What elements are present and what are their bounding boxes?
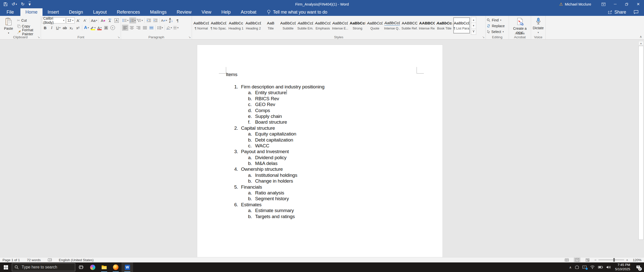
document-page[interactable]: Items 1.Firm description and industry po…	[197, 45, 443, 272]
tab-insert[interactable]: Insert	[43, 8, 64, 16]
distribute-button[interactable]	[148, 25, 154, 31]
character-shading-button[interactable]: A	[103, 25, 109, 31]
save-icon[interactable]	[4, 2, 8, 6]
proofing-status-icon[interactable]	[48, 258, 52, 262]
tab-home[interactable]: Home	[20, 8, 43, 16]
underline-button[interactable]: U▾	[55, 25, 61, 31]
page-count[interactable]: Page 1 of 1	[3, 258, 20, 262]
subscript-button[interactable]: x₂	[68, 25, 74, 31]
tab-view[interactable]: View	[196, 8, 216, 16]
style-chip-emphasis[interactable]: AaBbCcDEmphasis	[314, 17, 331, 33]
zoom-slider-track[interactable]	[598, 260, 624, 260]
font-size-combobox[interactable]: 12▾	[66, 17, 75, 23]
zoom-out-button[interactable]: −	[594, 258, 596, 262]
speaker-icon[interactable]	[606, 265, 611, 269]
style-chip-strong[interactable]: AaBbCcDStrong	[349, 17, 366, 33]
style-chip-heading-2[interactable]: AaBbCcDHeading 2	[245, 17, 262, 33]
read-mode-button[interactable]	[564, 258, 570, 262]
web-layout-button[interactable]	[584, 258, 591, 262]
asian-layout-button[interactable]: A⇄▾	[161, 17, 168, 23]
comments-icon[interactable]	[634, 10, 638, 14]
signed-in-user[interactable]: Michael Mcclure	[565, 2, 591, 6]
numbering-button[interactable]: 123 ▾	[129, 17, 136, 23]
tab-file[interactable]: File	[0, 8, 20, 16]
search-input[interactable]	[21, 265, 67, 270]
collapse-ribbon-button[interactable]: ∧	[639, 35, 642, 39]
firefox-button[interactable]	[110, 262, 122, 272]
grow-font-button[interactable]: Aˆ	[75, 17, 82, 23]
show-formatting-marks-button[interactable]: ¶	[174, 17, 181, 23]
zoom-slider-thumb[interactable]	[613, 258, 615, 262]
tab-design[interactable]: Design	[64, 8, 88, 16]
tab-references[interactable]: References	[112, 8, 145, 16]
tell-me-box[interactable]: Tell me what you want to do	[267, 8, 327, 16]
style-chip-list-para[interactable]: AaBbCcD¶ List Para...	[453, 17, 470, 33]
font-color-button[interactable]: A▾	[96, 25, 103, 31]
bullets-button[interactable]: ▾	[122, 17, 129, 23]
clear-formatting-button[interactable]: A◆	[100, 17, 106, 23]
redo-button[interactable]: ↻	[21, 2, 24, 6]
restore-button[interactable]	[621, 0, 632, 8]
wifi-icon[interactable]	[590, 265, 595, 269]
format-painter-button[interactable]: Format Painter	[17, 29, 40, 35]
increase-indent-button[interactable]	[152, 17, 158, 23]
undo-button[interactable]: ↺▾	[12, 2, 17, 6]
tab-help[interactable]: Help	[216, 8, 236, 16]
task-view-button[interactable]	[75, 262, 87, 272]
style-chip-heading-1[interactable]: AaBbCcHeading 1	[228, 17, 244, 33]
language-status[interactable]: English (United States)	[59, 258, 94, 262]
styles-scroll-up-button[interactable]: ▲	[471, 17, 476, 23]
zoom-percentage[interactable]: 120%	[632, 258, 641, 262]
style-chip-no-spac[interactable]: AaBbCcD¶ No Spac...	[210, 17, 227, 33]
font-name-combobox[interactable]: Calibri (Body)▾	[42, 17, 66, 23]
highlight-color-button[interactable]: ▾	[90, 25, 96, 31]
change-case-button[interactable]: Aa▾	[91, 17, 97, 23]
share-button[interactable]: Share	[608, 10, 626, 15]
shrink-font-button[interactable]: Aˇ	[82, 17, 88, 23]
enclose-characters-button[interactable]: ≡	[109, 25, 116, 31]
style-chip-subtle-em[interactable]: AaBbCcDSubtle Em...	[297, 17, 314, 33]
decrease-indent-button[interactable]	[146, 17, 152, 23]
action-center-button[interactable]: 2	[634, 262, 642, 272]
tab-mailings[interactable]: Mailings	[145, 8, 172, 16]
align-right-button[interactable]	[135, 25, 141, 31]
find-button[interactable]: Find▾	[487, 17, 508, 23]
style-chip-intense-q[interactable]: AaBbCcDIntense Q...	[384, 17, 400, 33]
customize-qat-button[interactable]: ▾	[29, 2, 31, 7]
style-chip-title[interactable]: AaBTitle	[262, 17, 279, 33]
styles-gallery-more-button[interactable]: ▼	[471, 29, 476, 35]
replace-button[interactable]: Replace	[487, 23, 508, 29]
justify-button[interactable]	[142, 25, 148, 31]
tab-acrobat[interactable]: Acrobat	[236, 8, 261, 16]
taskbar-search-box[interactable]	[12, 263, 75, 271]
cut-button[interactable]: ✂ Cut	[17, 18, 40, 23]
ribbon-display-options-button[interactable]	[598, 0, 609, 8]
style-chip-intense-e[interactable]: AaBbCcDIntense E...	[332, 17, 348, 33]
style-chip-normal[interactable]: AaBbCcD¶ Normal	[193, 17, 210, 33]
word-taskbar-button[interactable]: W	[122, 262, 133, 272]
tray-app-icon-1[interactable]	[575, 265, 579, 269]
style-chip-intense-re[interactable]: AABBCCDIntense Re...	[419, 17, 435, 33]
dictate-button[interactable]: Dictate ▾	[532, 17, 544, 34]
zoom-in-button[interactable]: +	[626, 258, 628, 262]
superscript-button[interactable]: x²	[75, 25, 81, 31]
sort-button[interactable]: AZ↓	[168, 17, 174, 23]
vertical-scrollbar[interactable]: ▲	[638, 41, 643, 257]
text-effects-button[interactable]: A▾	[83, 25, 90, 31]
style-chip-subtitle[interactable]: AaBbCcDSubtitle	[280, 17, 296, 33]
scrollbar-thumb[interactable]	[638, 46, 643, 240]
tray-display-icon[interactable]	[582, 265, 587, 269]
strikethrough-button[interactable]: ab	[62, 25, 68, 31]
style-chip-subtle-ref[interactable]: AABBCCDSubtle Ref...	[401, 17, 418, 33]
battery-icon[interactable]	[598, 266, 603, 269]
taskbar-clock[interactable]: 7:45 PM 5/10/2025	[615, 263, 630, 271]
start-button[interactable]	[0, 262, 12, 272]
zoom-slider[interactable]: − +	[594, 258, 628, 262]
style-chip-quote[interactable]: AaBbCcDQuote	[367, 17, 383, 33]
scrollbar-up-arrow[interactable]: ▲	[638, 41, 643, 45]
style-chip-book-title[interactable]: AaBbCcDBook Title	[436, 17, 453, 33]
borders-button[interactable]: ▾	[173, 25, 179, 31]
styles-scroll-down-button[interactable]: ▼	[471, 23, 476, 29]
align-left-button[interactable]	[122, 25, 128, 31]
select-button[interactable]: Select▾	[487, 29, 508, 35]
